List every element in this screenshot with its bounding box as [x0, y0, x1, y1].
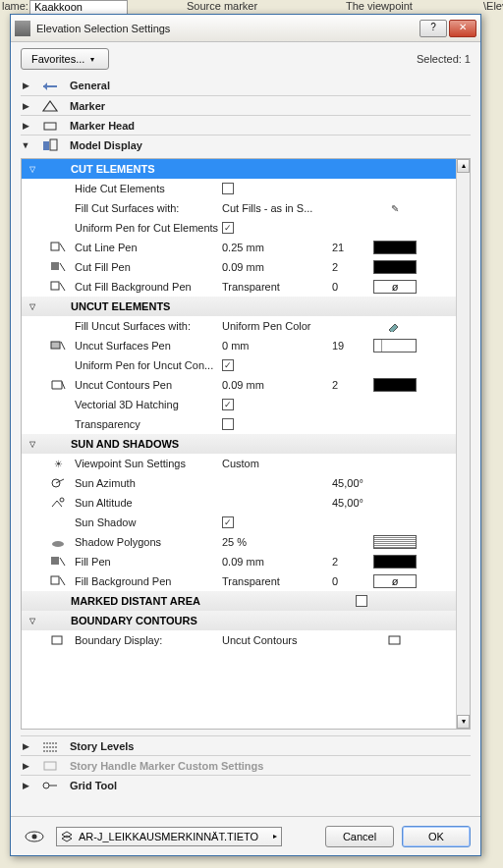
- row-sun-azimuth[interactable]: Sun Azimuth 45,00°: [22, 473, 456, 493]
- row-fill-uncut[interactable]: Fill Uncut Surfaces with: Uniform Pen Co…: [22, 316, 456, 336]
- layer-combo[interactable]: AR-J_LEIKKAUSMERKINNÄT.TIETO ▸: [56, 827, 282, 846]
- section-model-display[interactable]: ▼ Model Display: [21, 135, 471, 154]
- app-icon: [15, 21, 30, 36]
- row-sun-shadow[interactable]: Sun Shadow ✓: [22, 513, 456, 532]
- group-uncut-elements[interactable]: ▽ UNCUT ELEMENTS: [22, 297, 456, 316]
- bg-source-label: Source marker: [187, 0, 257, 12]
- checkbox-checked[interactable]: ✓: [222, 516, 234, 528]
- row-uniform-pen-cut[interactable]: Uniform Pen for Cut Elements ✓: [22, 218, 456, 238]
- group-boundary-contours[interactable]: ▽ BOUNDARY CONTOURS: [22, 611, 456, 630]
- close-button[interactable]: ✕: [449, 20, 476, 37]
- section-marker[interactable]: ▶ Marker: [21, 95, 471, 115]
- titlebar[interactable]: Elevation Selection Settings ? ✕: [11, 15, 480, 42]
- svg-line-13: [61, 342, 65, 350]
- section-general[interactable]: ▶ General: [21, 76, 471, 95]
- row-shadow-polygons[interactable]: Shadow Polygons 25 %: [22, 532, 456, 552]
- svg-rect-5: [50, 139, 57, 150]
- checkbox-checked[interactable]: ✓: [222, 359, 234, 371]
- row-fill-bg-pen[interactable]: Fill Background Pen Transparent 0 ø: [22, 571, 456, 591]
- section-story-handle[interactable]: ▶ Story Handle Marker Custom Settings: [21, 755, 471, 775]
- svg-rect-6: [51, 243, 59, 250]
- collapse-icon: ▼: [21, 140, 30, 150]
- expand-icon: ▶: [21, 81, 30, 90]
- section-grid-tool[interactable]: ▶ Grid Tool: [21, 775, 471, 794]
- expand-icon: ▶: [21, 101, 30, 111]
- pencil-icon[interactable]: ✎: [386, 201, 404, 215]
- svg-point-32: [32, 834, 37, 839]
- svg-rect-21: [51, 576, 59, 584]
- svg-rect-28: [44, 762, 56, 770]
- contour-type-icon[interactable]: [386, 633, 404, 647]
- transparent-swatch[interactable]: ø: [373, 574, 417, 588]
- row-uni-pen-uncut[interactable]: Uniform Pen for Uncut Con... ✓: [22, 355, 456, 375]
- favorites-button[interactable]: Favorites... ▾: [21, 48, 109, 70]
- svg-rect-19: [51, 557, 59, 565]
- sun-icon: ☀: [49, 457, 67, 470]
- pen-swatch[interactable]: [373, 339, 417, 353]
- svg-rect-4: [43, 141, 49, 150]
- row-sun-altitude[interactable]: Sun Altitude 45,00°: [22, 493, 456, 513]
- group-cut-elements[interactable]: ▽ CUT ELEMENTS: [22, 159, 456, 179]
- group-marked-distant[interactable]: MARKED DISTANT AREA: [22, 591, 456, 611]
- row-fill-pen[interactable]: Fill Pen 0.09 mm 2: [22, 552, 456, 571]
- grid-icon: [40, 779, 60, 792]
- svg-line-9: [60, 263, 65, 271]
- pen-swatch[interactable]: [373, 555, 417, 569]
- cancel-button[interactable]: Cancel: [325, 826, 394, 847]
- svg-marker-1: [43, 82, 47, 90]
- boundary-icon: [49, 633, 67, 647]
- section-marker-head[interactable]: ▶ Marker Head: [21, 115, 471, 135]
- marker-head-icon: [40, 119, 60, 133]
- svg-line-20: [60, 558, 65, 566]
- row-cut-fill-bg-pen[interactable]: Cut Fill Background Pen Transparent 0 ø: [22, 277, 456, 297]
- checkbox[interactable]: [356, 595, 367, 607]
- row-fill-cut-surfaces[interactable]: Fill Cut Surfaces with: Cut Fills - as i…: [22, 198, 456, 218]
- hatch-swatch[interactable]: [373, 535, 417, 549]
- bg-elev-label: \Elev: [483, 0, 503, 12]
- checkbox[interactable]: [222, 183, 234, 194]
- row-vectorial-hatching[interactable]: Vectorial 3D Hatching ✓: [22, 395, 456, 414]
- ok-button[interactable]: OK: [402, 826, 471, 847]
- row-viewpoint-sun[interactable]: ☀ Viewpoint Sun Settings Custom: [22, 454, 456, 473]
- scroll-down-icon[interactable]: ▾: [457, 715, 470, 729]
- collapse-icon: ▽: [22, 165, 43, 174]
- favorites-label: Favorites...: [31, 53, 84, 65]
- svg-point-18: [52, 541, 64, 547]
- paint-icon[interactable]: [386, 319, 404, 333]
- row-uncut-cont-pen[interactable]: Uncut Contours Pen 0.09 mm 2: [22, 375, 456, 395]
- checkbox-checked[interactable]: ✓: [222, 222, 234, 234]
- pen-swatch[interactable]: [373, 378, 417, 392]
- model-display-panel: ▽ CUT ELEMENTS Hide Cut Elements Fill Cu…: [21, 158, 471, 730]
- group-sun-shadows[interactable]: ▽ SUN AND SHADOWS: [22, 434, 456, 454]
- layer-icon: [61, 831, 73, 842]
- help-button[interactable]: ?: [419, 20, 447, 37]
- row-uncut-surf-pen[interactable]: Uncut Surfaces Pen 0 mm 19: [22, 336, 456, 355]
- section-story-levels[interactable]: ▶ Story Levels: [21, 735, 471, 755]
- scrollbar[interactable]: ▴ ▾: [456, 159, 470, 729]
- elevation-settings-dialog: Elevation Selection Settings ? ✕ Favorit…: [10, 14, 481, 856]
- row-boundary-display[interactable]: Boundary Display: Uncut Contours: [22, 630, 456, 650]
- collapse-icon: ▽: [22, 302, 43, 311]
- svg-rect-24: [389, 636, 400, 644]
- layer-visibility-icon[interactable]: [21, 828, 48, 845]
- dialog-title: Elevation Selection Settings: [36, 23, 418, 34]
- row-cut-line-pen[interactable]: Cut Line Pen 0.25 mm 21: [22, 238, 456, 257]
- checkbox[interactable]: [222, 418, 234, 430]
- fill-pen-icon: [49, 260, 67, 274]
- checkbox-checked[interactable]: ✓: [222, 399, 234, 410]
- transparent-swatch[interactable]: ø: [373, 280, 417, 294]
- pen-swatch[interactable]: [373, 241, 417, 254]
- row-transparency[interactable]: Transparency: [22, 414, 456, 434]
- row-hide-cut[interactable]: Hide Cut Elements: [22, 179, 456, 198]
- line-pen-icon: [49, 241, 67, 254]
- expand-icon: ▶: [21, 741, 30, 751]
- contour-pen-icon: [49, 378, 67, 392]
- layer-name: AR-J_LEIKKAUSMERKINNÄT.TIETO: [79, 831, 258, 842]
- svg-marker-2: [43, 101, 57, 111]
- pen-swatch[interactable]: [373, 260, 417, 274]
- shadow-icon: [49, 535, 67, 549]
- scroll-up-icon[interactable]: ▴: [457, 159, 470, 173]
- expand-icon: ▶: [21, 121, 30, 131]
- story-levels-icon: [40, 739, 60, 753]
- row-cut-fill-pen[interactable]: Cut Fill Pen 0.09 mm 2: [22, 257, 456, 277]
